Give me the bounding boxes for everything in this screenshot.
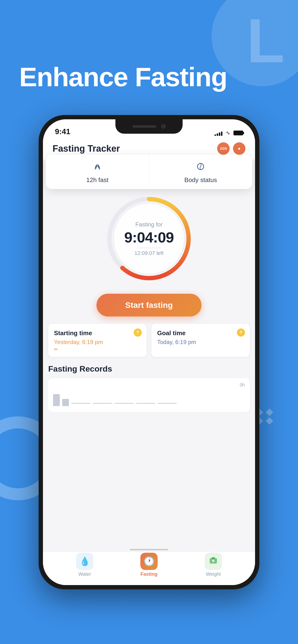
timer-circle: Fasting for 9:04:09 12:09:07 left	[103, 193, 195, 284]
bottom-navigation: 💧 Water 🕐 Fasting	[43, 552, 255, 585]
bg-diamonds	[257, 410, 284, 424]
fast-icon	[92, 162, 102, 174]
fasting-clock-icon: 🕐	[143, 556, 155, 566]
edit-starting-time-icon[interactable]: ✏	[54, 346, 141, 352]
records-title: Fasting Records	[48, 364, 250, 374]
water-icon: 💧	[79, 556, 90, 566]
record-button[interactable]: ●	[233, 142, 245, 155]
status-icons: ∿	[215, 130, 243, 136]
time-cards-row: Starting time Yesterday, 6:19 pm ✏ ? Goa…	[48, 324, 250, 357]
mode-selector-card: 12h fast Body status	[46, 155, 252, 189]
signal-icon	[215, 130, 222, 136]
starting-time-title: Starting time	[54, 330, 141, 337]
starting-time-value: Yesterday, 6:19 pm	[54, 339, 141, 346]
svg-point-6	[212, 560, 215, 562]
fasting-for-label: Fasting for	[115, 221, 183, 228]
water-nav-icon: 💧	[76, 553, 93, 570]
page-header-title: Enhance Fasting	[19, 62, 227, 92]
mode-tab-body-status[interactable]: Body status	[149, 155, 252, 189]
timer-divider	[137, 248, 161, 248]
fasting-nav-icon: 🕐	[140, 553, 158, 570]
scroll-indicator	[130, 549, 168, 550]
phone-notch	[115, 119, 183, 134]
phone-mockup: 9:41 ∿ Fasting Tracker ADS ●	[39, 115, 259, 590]
battery-icon	[233, 130, 243, 135]
chart-max-label: 9h	[240, 382, 245, 388]
main-content: Fasting for 9:04:09 12:09:07 left Start …	[43, 179, 255, 412]
timer-left: 12:09:07 left	[115, 250, 183, 256]
goal-time-value: Today, 6:19 pm	[157, 339, 244, 346]
body-status-icon	[196, 162, 206, 174]
timer-time: 9:04:09	[115, 229, 183, 246]
timer-section: Fasting for 9:04:09 12:09:07 left	[103, 184, 195, 291]
bg-letter: L	[247, 10, 285, 72]
status-time: 9:41	[55, 127, 70, 136]
weight-nav-icon	[205, 553, 222, 570]
timer-display: Fasting for 9:04:09 12:09:07 left	[115, 221, 183, 256]
mode-tab-12h-fast[interactable]: 12h fast	[46, 155, 149, 189]
header-buttons: ADS ●	[217, 142, 245, 155]
goal-time-card: Goal time Today, 6:19 pm ?	[152, 324, 250, 357]
notch-camera	[161, 124, 166, 129]
goal-time-help-icon[interactable]: ?	[237, 328, 245, 336]
water-nav-label: Water	[78, 572, 91, 577]
records-chart: 9h	[48, 378, 250, 412]
fasting-nav-label: Fasting	[140, 572, 158, 577]
goal-time-title: Goal time	[157, 330, 244, 337]
mode-tab-label-fast: 12h fast	[86, 176, 108, 184]
nav-item-fasting[interactable]: 🕐 Fasting	[140, 553, 158, 577]
svg-rect-5	[212, 557, 215, 559]
app-title: Fasting Tracker	[53, 144, 120, 154]
nav-item-water[interactable]: 💧 Water	[76, 553, 93, 577]
notch-speaker	[132, 125, 157, 128]
start-fasting-button[interactable]: Start fasting	[96, 294, 202, 316]
ads-button[interactable]: ADS	[217, 142, 230, 155]
weight-icon	[209, 556, 218, 567]
records-section: Fasting Records 9h	[48, 364, 250, 412]
starting-time-card: Starting time Yesterday, 6:19 pm ✏ ?	[48, 324, 146, 357]
weight-nav-label: Weight	[206, 572, 221, 577]
starting-time-help-icon[interactable]: ?	[134, 328, 142, 336]
nav-item-weight[interactable]: Weight	[205, 553, 222, 577]
mode-tab-label-body: Body status	[184, 176, 217, 184]
wifi-icon: ∿	[226, 130, 230, 136]
